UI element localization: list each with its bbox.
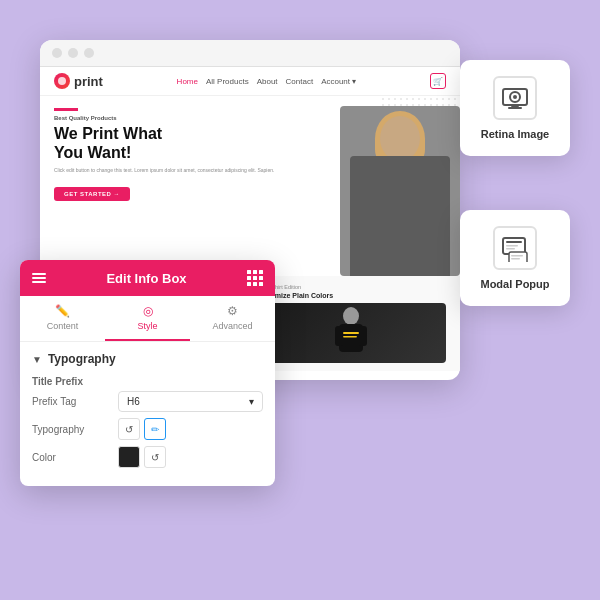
chevron-down-icon: ▾ (249, 396, 254, 407)
prefix-tag-select[interactable]: H6 ▾ (118, 391, 263, 412)
grid-menu-icon[interactable] (247, 270, 263, 286)
browser-dot-3 (84, 48, 94, 58)
site-logo: print (54, 73, 103, 89)
hero-image (300, 96, 460, 276)
svg-rect-21 (509, 252, 527, 262)
color-row: Color ↺ (32, 446, 263, 468)
nav-home[interactable]: Home (177, 77, 198, 86)
svg-rect-20 (506, 248, 515, 250)
advanced-tab-icon: ⚙ (227, 304, 238, 318)
edit-panel-tabs: ✏️ Content ◎ Style ⚙ Advanced (20, 296, 275, 342)
prefix-tag-value: H6 (127, 396, 140, 407)
edit-panel: Edit Info Box ✏️ Content ◎ Style ⚙ Advan… (20, 260, 275, 486)
nav-products[interactable]: All Products (206, 77, 249, 86)
hero-title: We Print What You Want! (54, 124, 286, 162)
svg-rect-9 (343, 332, 359, 334)
svg-rect-16 (508, 107, 522, 109)
modal-popup-label: Modal Popup (480, 278, 549, 290)
cart-icon[interactable]: 🛒 (430, 73, 446, 89)
hero-subtitle: Best Quality Products (54, 115, 286, 121)
product-2: New T-shirt Edition Customize Plain Colo… (255, 284, 446, 363)
hero-cta-button[interactable]: GET STARTED → (54, 187, 130, 201)
tab-content[interactable]: ✏️ Content (20, 296, 105, 341)
typography-section-header: ▼ Typography (32, 352, 263, 366)
prefix-tag-label: Prefix Tag (32, 396, 112, 407)
color-field-label: Color (32, 452, 112, 463)
edit-panel-header: Edit Info Box (20, 260, 275, 296)
logo-icon (54, 73, 70, 89)
hero-text: Best Quality Products We Print What You … (40, 96, 300, 276)
prefix-tag-row: Prefix Tag H6 ▾ (32, 391, 263, 412)
svg-rect-19 (506, 245, 518, 247)
hero-person-image (340, 106, 460, 276)
svg-point-14 (513, 95, 517, 99)
typography-row: Typography ↺ ✏ (32, 418, 263, 440)
svg-rect-7 (335, 326, 343, 346)
hero-description: Click edit button to change this text. L… (54, 167, 286, 174)
content-tab-icon: ✏️ (55, 304, 70, 318)
edit-panel-body: ▼ Typography Title Prefix Prefix Tag H6 … (20, 342, 275, 486)
svg-point-0 (58, 77, 66, 85)
typography-edit-button[interactable]: ✏ (144, 418, 166, 440)
color-reset-button[interactable]: ↺ (144, 446, 166, 468)
person-body (350, 156, 450, 276)
product-2-label: New T-shirt Edition (255, 284, 446, 290)
site-hero: Best Quality Products We Print What You … (40, 96, 460, 276)
hamburger-menu-icon[interactable] (32, 273, 46, 283)
svg-rect-18 (506, 241, 522, 243)
product-2-image (255, 303, 446, 363)
title-prefix-label: Title Prefix (32, 376, 263, 387)
title-prefix-group: Title Prefix Prefix Tag H6 ▾ Typography … (32, 376, 263, 468)
retina-image-icon (493, 76, 537, 120)
nav-account[interactable]: Account ▾ (321, 77, 356, 86)
nav-links: Home All Products About Contact Account … (177, 77, 357, 86)
color-swatch[interactable] (118, 446, 140, 468)
site-nav: print Home All Products About Contact Ac… (40, 67, 460, 96)
modal-popup-icon (493, 226, 537, 270)
tab-style-label: Style (137, 321, 157, 331)
nav-about[interactable]: About (257, 77, 278, 86)
svg-rect-22 (511, 255, 523, 257)
svg-rect-15 (511, 105, 519, 107)
svg-rect-8 (359, 326, 367, 346)
browser-dot-1 (52, 48, 62, 58)
typography-reset-button[interactable]: ↺ (118, 418, 140, 440)
collapse-arrow-icon[interactable]: ▼ (32, 354, 42, 365)
style-tab-icon: ◎ (143, 304, 153, 318)
browser-dot-2 (68, 48, 78, 58)
person-head (380, 116, 420, 161)
typography-field-label: Typography (32, 424, 112, 435)
svg-rect-23 (511, 258, 520, 260)
typography-actions: ↺ ✏ (118, 418, 166, 440)
retina-image-label: Retina Image (481, 128, 549, 140)
nav-contact[interactable]: Contact (286, 77, 314, 86)
tab-advanced-label: Advanced (212, 321, 252, 331)
logo-text: print (74, 74, 103, 89)
product-2-title: Customize Plain Colors (255, 292, 446, 299)
main-wrapper: print Home All Products About Contact Ac… (20, 30, 580, 570)
svg-rect-10 (343, 336, 357, 338)
edit-panel-title: Edit Info Box (106, 271, 186, 286)
tab-style[interactable]: ◎ Style (105, 296, 190, 341)
tab-content-label: Content (47, 321, 79, 331)
color-actions: ↺ (118, 446, 166, 468)
browser-bar (40, 40, 460, 67)
retina-image-card: Retina Image (460, 60, 570, 156)
svg-point-5 (343, 307, 359, 325)
hero-accent-bar (54, 108, 78, 111)
modal-popup-card: Modal Popup (460, 210, 570, 306)
tab-advanced[interactable]: ⚙ Advanced (190, 296, 275, 341)
section-title: Typography (48, 352, 116, 366)
